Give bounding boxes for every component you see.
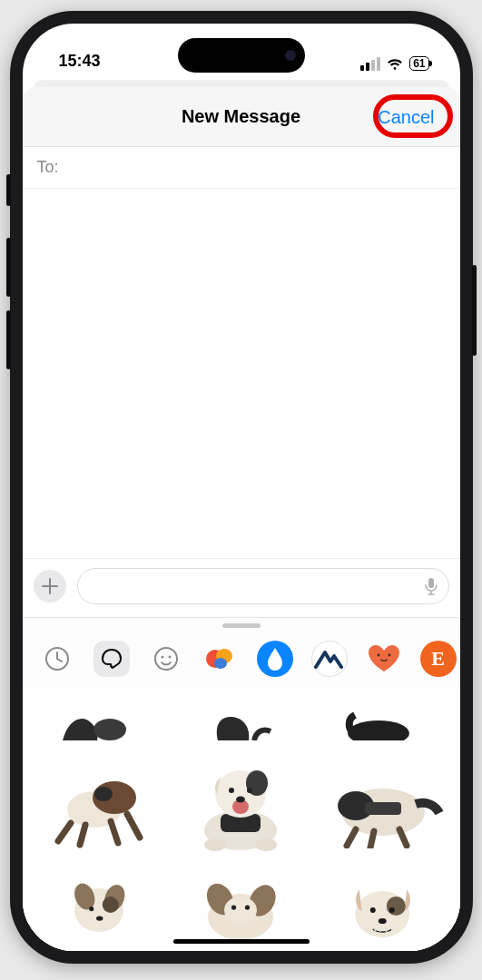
plus-icon: [42, 578, 58, 594]
phone-frame: 15:43 61 New Message Cancel To:: [10, 11, 473, 964]
cellular-icon: [360, 57, 380, 71]
sticker-item[interactable]: [177, 695, 304, 740]
svg-point-33: [96, 916, 103, 920]
sticker-item[interactable]: [35, 695, 162, 740]
new-message-sheet: New Message Cancel To:: [23, 87, 460, 951]
memoji-icon[interactable]: [148, 641, 184, 677]
svg-point-31: [103, 897, 119, 913]
imessage-app-drawer: E: [23, 617, 460, 951]
volume-down-button: [6, 310, 11, 369]
svg-point-43: [389, 907, 395, 913]
message-input[interactable]: [77, 568, 449, 604]
svg-point-9: [388, 654, 390, 657]
dictation-icon[interactable]: [425, 577, 438, 595]
heart-app-icon[interactable]: [366, 641, 402, 677]
svg-point-39: [245, 905, 250, 909]
to-field[interactable]: To:: [23, 147, 460, 189]
svg-point-24: [255, 838, 277, 851]
sticker-item[interactable]: [35, 755, 162, 855]
svg-point-23: [204, 838, 226, 851]
svg-point-38: [231, 905, 236, 909]
screen: 15:43 61 New Message Cancel To:: [23, 24, 460, 951]
battery-icon: 61: [409, 56, 428, 71]
drawer-grabber[interactable]: [222, 623, 261, 628]
svg-point-14: [94, 787, 113, 801]
sticker-item[interactable]: [320, 755, 447, 855]
recents-icon[interactable]: [39, 641, 75, 677]
peaks-app-icon[interactable]: [311, 641, 348, 677]
wifi-icon: [386, 57, 404, 71]
svg-point-8: [377, 654, 379, 657]
svg-point-7: [214, 658, 227, 669]
sticker-item[interactable]: [177, 755, 304, 855]
svg-point-3: [161, 656, 163, 659]
svg-point-37: [224, 897, 257, 924]
sticker-item[interactable]: [320, 695, 447, 740]
svg-rect-0: [428, 578, 434, 588]
dynamic-island: [178, 38, 305, 73]
svg-point-32: [89, 906, 93, 911]
svg-point-44: [379, 918, 387, 924]
mute-switch: [6, 174, 11, 206]
page-title: New Message: [182, 106, 300, 127]
status-time: 15:43: [59, 52, 101, 71]
stickers-icon[interactable]: [93, 641, 130, 677]
app-strip[interactable]: E: [23, 635, 460, 688]
etsy-app-icon[interactable]: E: [420, 641, 457, 677]
compose-bar: [23, 558, 460, 617]
svg-point-22: [236, 796, 245, 802]
to-label: To:: [37, 158, 59, 176]
sticker-grid[interactable]: [23, 688, 460, 951]
add-button[interactable]: [34, 570, 66, 603]
svg-point-20: [229, 788, 234, 793]
conversation-area: [23, 189, 460, 558]
svg-point-2: [155, 648, 177, 670]
power-button: [472, 265, 477, 356]
svg-point-21: [247, 788, 252, 793]
volume-up-button: [6, 238, 11, 297]
sticker-item[interactable]: [35, 869, 162, 951]
svg-point-40: [355, 891, 409, 937]
images-app-icon[interactable]: [202, 641, 239, 677]
nav-bar: New Message Cancel: [23, 87, 460, 147]
svg-point-11: [348, 720, 409, 740]
svg-rect-27: [365, 802, 401, 815]
drop-app-icon[interactable]: [257, 641, 293, 677]
home-indicator[interactable]: [173, 939, 310, 944]
cancel-button[interactable]: Cancel: [369, 101, 443, 132]
sticker-item[interactable]: [320, 869, 447, 951]
svg-point-10: [93, 719, 126, 740]
svg-point-41: [387, 897, 406, 916]
svg-point-42: [370, 907, 376, 913]
svg-point-4: [168, 656, 171, 659]
